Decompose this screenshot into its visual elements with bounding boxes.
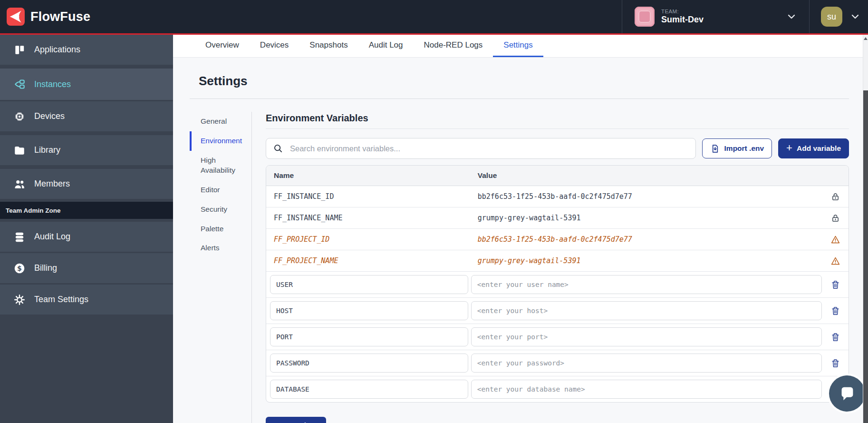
dollar-circle-icon: $ [13,262,26,275]
brand-name: FlowFuse [30,10,90,24]
lock-icon [830,213,840,223]
env-name-input[interactable] [270,327,468,346]
scroll-up-arrow-icon[interactable] [864,37,868,40]
sidebar-item-label: Library [34,145,60,155]
env-name-input[interactable] [270,301,468,320]
sidebar-item-label: Instances [34,79,71,89]
table-row-editable [266,324,849,350]
plus-icon: + [786,143,792,153]
subnav-item-high-availability[interactable]: High Availability [190,151,251,180]
table-row: FF_INSTANCE_ID bb2f6c53-1f25-453b-aafd-0… [266,186,849,207]
env-value: grumpy-grey-wagtail-5391 [470,207,822,228]
subnav-divider [251,112,252,423]
search-icon [273,143,283,154]
delete-variable-button[interactable] [829,279,841,291]
lock-icon [830,192,840,202]
sidebar-item-label: Applications [34,45,80,55]
env-toolbar: Import .env + Add variable [266,138,849,159]
subnav-item-general[interactable]: General [190,112,251,131]
sidebar-item-team-settings[interactable]: Team Settings [0,285,173,315]
users-icon [13,178,26,190]
env-name: FF_PROJECT_NAME [266,250,470,271]
devices-icon [13,110,26,123]
search-input[interactable] [289,144,689,154]
title-divider [190,98,849,99]
subnav-item-alerts[interactable]: Alerts [190,238,251,258]
save-settings-button[interactable]: Save settings [266,417,326,423]
tab-audit-log[interactable]: Audit Log [358,35,414,57]
env-value: bb2f6c53-1f25-453b-aafd-0c2f475d7e77 [470,186,822,207]
import-env-label: Import .env [724,144,764,153]
settings-subnav: General Environment High Availability Ed… [190,112,251,423]
delete-variable-button[interactable] [829,305,841,317]
sidebar-item-audit-log[interactable]: Audit Log [0,222,173,252]
subnav-item-editor[interactable]: Editor [190,180,251,200]
sidebar-item-applications[interactable]: Applications [0,35,173,65]
delete-variable-button[interactable] [829,357,841,369]
warning-icon [830,256,840,266]
table-row-editable [266,350,849,376]
settings-body: General Environment High Availability Ed… [190,112,849,423]
import-env-button[interactable]: Import .env [702,138,772,158]
team-text: TEAM: Sumit-Dev [661,9,704,25]
chevron-down-icon [786,11,797,22]
chat-widget-button[interactable] [829,375,865,412]
section-title: Environment Variables [266,113,849,124]
table-row-editable [266,272,849,298]
sidebar-item-devices[interactable]: Devices [0,101,173,131]
tab-snapshots[interactable]: Snapshots [299,35,358,57]
env-name-input[interactable] [270,275,468,294]
sidebar-item-label: Audit Log [34,232,70,242]
env-value-input[interactable] [471,380,822,399]
env-name-input[interactable] [270,354,468,373]
add-variable-button[interactable]: + Add variable [778,138,849,158]
env-variables-table: Name Value FF_INSTANCE_ID bb2f6c53-1f25-… [266,165,849,403]
user-menu[interactable]: su [810,0,868,33]
sidebar-item-library[interactable]: Library [0,135,173,165]
env-name: FF_PROJECT_ID [266,229,470,250]
subnav-item-environment[interactable]: Environment [190,131,251,151]
tab-devices[interactable]: Devices [250,35,299,57]
env-name-input[interactable] [270,380,468,399]
tab-node-red-logs[interactable]: Node-RED Logs [414,35,493,57]
scrollbar-thumb[interactable] [863,90,868,423]
sidebar: Applications Instances Devices Library [0,35,173,423]
env-value-input[interactable] [471,354,822,373]
sidebar-item-billing[interactable]: $ Billing [0,253,173,283]
env-value-input[interactable] [471,301,822,320]
database-icon [13,231,26,243]
trash-icon [830,306,840,316]
env-name: FF_INSTANCE_ID [266,186,470,207]
chevron-down-icon [850,11,860,22]
subnav-item-security[interactable]: Security [190,200,251,219]
table-row-deprecated: FF_PROJECT_NAME grumpy-grey-wagtail-5391 [266,250,849,272]
add-variable-label: Add variable [797,144,841,153]
warning-icon [830,235,840,245]
top-header: FlowFuse TEAM: Sumit-Dev su [0,0,868,35]
sidebar-item-members[interactable]: Members [0,169,173,199]
section-divider [266,128,849,129]
delete-variable-button[interactable] [829,331,841,343]
table-row-editable [266,298,849,324]
tab-overview[interactable]: Overview [195,35,250,57]
env-value: bb2f6c53-1f25-453b-aafd-0c2f475d7e77 [470,229,822,250]
env-value: grumpy-grey-wagtail-5391 [470,250,822,271]
env-name: FF_INSTANCE_NAME [266,207,470,228]
vertical-scrollbar[interactable] [863,35,868,423]
flowfuse-logo[interactable]: FlowFuse [0,8,90,26]
team-label: TEAM: [661,9,704,15]
subnav-item-palette[interactable]: Palette [190,219,251,239]
env-value-input[interactable] [471,327,822,346]
table-header-row: Name Value [266,166,849,186]
env-value-input[interactable] [471,275,822,294]
header-right: TEAM: Sumit-Dev su [622,0,868,33]
applications-icon [13,44,26,56]
user-avatar: su [821,7,842,27]
team-avatar [635,7,655,27]
tab-settings[interactable]: Settings [493,35,543,57]
page-title: Settings [199,74,849,89]
team-switcher[interactable]: TEAM: Sumit-Dev [622,0,809,33]
svg-text:$: $ [17,264,22,272]
folder-icon [13,144,26,157]
sidebar-item-instances[interactable]: Instances [0,69,173,100]
